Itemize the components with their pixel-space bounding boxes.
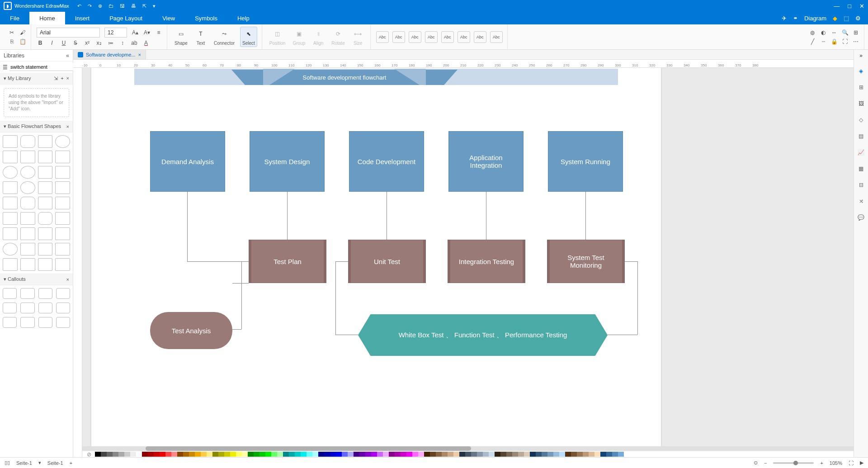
color-swatch[interactable] — [171, 452, 177, 457]
shape-item[interactable] — [55, 212, 70, 225]
color-swatch[interactable] — [471, 452, 477, 457]
callout-item[interactable] — [38, 303, 52, 313]
color-swatch[interactable] — [536, 452, 542, 457]
layout-icon[interactable]: ⊞ — [857, 83, 865, 91]
new-icon[interactable]: ⊕ — [98, 3, 102, 9]
color-swatch[interactable] — [342, 452, 348, 457]
shape-item[interactable] — [20, 151, 35, 163]
no-fill-icon[interactable]: ⊘ — [87, 451, 91, 458]
shape-item[interactable] — [55, 197, 70, 209]
color-swatch[interactable] — [301, 452, 307, 457]
group-tool[interactable]: ▣Group — [291, 27, 307, 47]
align-text-icon[interactable]: ≡ — [155, 29, 162, 36]
shape-item[interactable] — [20, 166, 35, 179]
color-swatch[interactable] — [465, 452, 471, 457]
color-swatch[interactable] — [130, 452, 136, 457]
table-icon[interactable]: ▦ — [857, 165, 865, 173]
gear-icon[interactable]: ⚙ — [855, 15, 861, 22]
style-6[interactable]: Abc — [458, 31, 470, 43]
fill-icon[interactable]: ◍ — [809, 29, 816, 36]
shape-item[interactable] — [38, 166, 53, 179]
color-swatch[interactable] — [324, 452, 330, 457]
shape-item[interactable] — [20, 197, 35, 209]
shape-item[interactable] — [20, 212, 35, 225]
color-swatch[interactable] — [142, 452, 148, 457]
grid-icon[interactable]: ⊞ — [852, 29, 859, 36]
shape-item[interactable] — [20, 243, 35, 255]
tree-icon[interactable]: ⊟ — [857, 181, 865, 189]
box-test-plan[interactable]: Test Plan — [249, 240, 326, 283]
shape-item[interactable] — [38, 258, 53, 271]
connector-tool[interactable]: ⤳Connector — [212, 27, 236, 47]
tab-help[interactable]: Help — [227, 12, 259, 24]
fontsize-select[interactable]: 12 — [104, 28, 127, 38]
chart-icon[interactable]: 📈 — [857, 148, 865, 156]
color-swatch[interactable] — [118, 452, 124, 457]
close-mylib-icon[interactable]: × — [66, 76, 69, 81]
shape-item[interactable] — [3, 197, 18, 209]
shape-item[interactable] — [20, 227, 35, 240]
color-swatch[interactable] — [477, 452, 483, 457]
callout-item[interactable] — [20, 317, 34, 328]
color-swatch[interactable] — [318, 452, 324, 457]
color-swatch[interactable] — [271, 452, 277, 457]
shape-item[interactable] — [3, 181, 18, 194]
color-swatch[interactable] — [436, 452, 442, 457]
style-3[interactable]: Abc — [409, 31, 421, 43]
callout-item[interactable] — [38, 288, 52, 299]
search-input[interactable] — [9, 63, 74, 71]
color-swatch[interactable] — [594, 452, 600, 457]
color-swatch[interactable] — [201, 452, 207, 457]
color-swatch[interactable] — [412, 452, 418, 457]
box-unit-test[interactable]: Unit Test — [348, 240, 426, 283]
color-swatch[interactable] — [354, 452, 359, 457]
dash-icon[interactable]: ┄ — [820, 38, 827, 45]
color-swatch[interactable] — [124, 452, 130, 457]
color-swatch[interactable] — [165, 452, 171, 457]
color-swatch[interactable] — [518, 452, 524, 457]
box-test-analysis[interactable]: Test Analysis — [150, 312, 232, 349]
superscript-icon[interactable]: x² — [84, 39, 91, 47]
callout-item[interactable] — [56, 288, 70, 299]
zoom-icon[interactable]: 🔍 — [841, 29, 849, 36]
shuffle-icon[interactable]: ⤨ — [857, 197, 865, 205]
send-icon[interactable]: ✈ — [782, 15, 787, 22]
color-swatch[interactable] — [495, 452, 500, 457]
shape-item[interactable] — [38, 227, 53, 240]
zoom-out-icon[interactable]: − — [764, 460, 767, 466]
color-swatch[interactable] — [195, 452, 201, 457]
color-swatch[interactable] — [600, 452, 606, 457]
select-tool[interactable]: ⬉Select — [240, 27, 257, 47]
shape-item[interactable] — [3, 212, 18, 225]
shape-item[interactable] — [3, 166, 18, 179]
font-select[interactable]: Arial — [37, 28, 100, 38]
shape-item[interactable] — [38, 181, 53, 194]
shape-item[interactable] — [20, 181, 35, 194]
close-tab-icon[interactable]: × — [138, 52, 141, 57]
box-system-running[interactable]: System Running — [548, 131, 623, 192]
box-system-design[interactable]: System Design — [250, 131, 325, 192]
shape-item[interactable] — [55, 135, 70, 148]
maximize-icon[interactable]: □ — [848, 3, 851, 9]
zoom-in-icon[interactable]: + — [820, 460, 823, 466]
color-swatch[interactable] — [442, 452, 448, 457]
comment-icon[interactable]: 💬 — [857, 213, 865, 222]
shape-item[interactable] — [38, 151, 53, 163]
recenter-icon[interactable]: ⊙ — [754, 460, 758, 466]
diagram-label[interactable]: Diagram — [804, 15, 826, 22]
filter-icon[interactable]: ☰ — [3, 64, 8, 71]
tab-insert[interactable]: Insert — [65, 12, 100, 24]
box-system-test-monitoring[interactable]: System Test Monitoring — [547, 240, 625, 283]
color-swatch[interactable] — [183, 452, 189, 457]
color-swatch[interactable] — [512, 452, 518, 457]
color-swatch[interactable] — [489, 452, 495, 457]
fit-screen-icon[interactable]: ⛶ — [849, 460, 854, 466]
shape-item[interactable] — [20, 258, 35, 271]
undo-icon[interactable]: ↶ — [77, 3, 81, 9]
bullets-icon[interactable]: ≔ — [107, 39, 114, 47]
color-swatch[interactable] — [160, 452, 165, 457]
shape-props-icon[interactable]: ◇ — [857, 116, 865, 124]
mylibrary-title[interactable]: My Library — [8, 76, 31, 81]
color-swatch[interactable] — [577, 452, 583, 457]
increase-font-icon[interactable]: A▴ — [132, 29, 139, 36]
